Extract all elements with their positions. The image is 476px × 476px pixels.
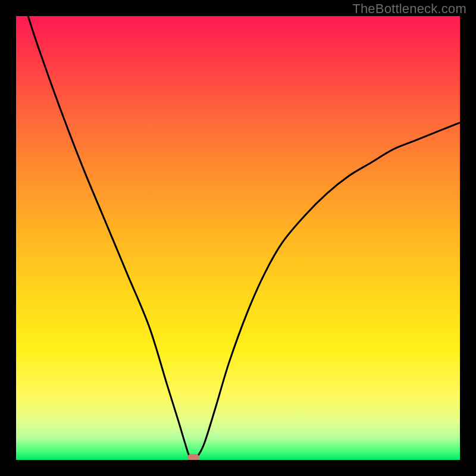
plot-area	[16, 16, 460, 460]
bottleneck-curve	[16, 16, 460, 460]
chart-frame: TheBottleneck.com	[0, 0, 476, 476]
watermark-text: TheBottleneck.com	[352, 1, 466, 17]
optimal-marker	[187, 454, 199, 460]
